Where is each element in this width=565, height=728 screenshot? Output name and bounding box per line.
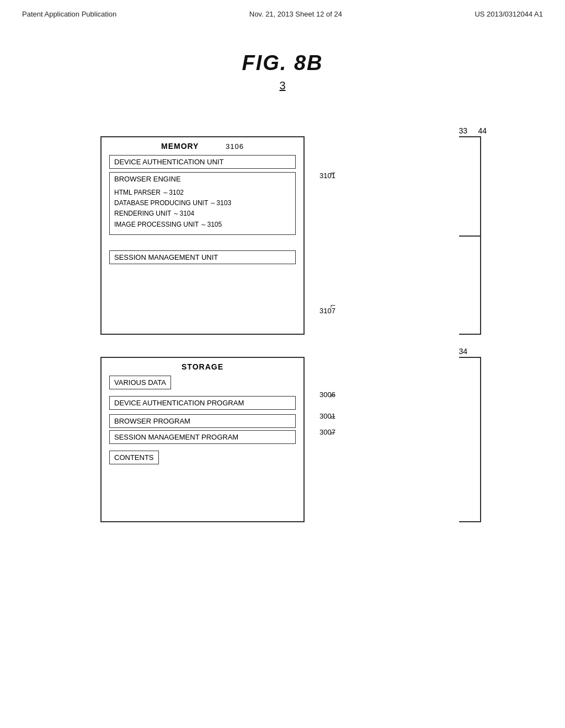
device-auth-unit-box: DEVICE AUTHENTICATION UNIT xyxy=(109,155,296,169)
storage-box: STORAGE VARIOUS DATA DEVICE AUTHENTICATI… xyxy=(100,357,305,522)
line-44-horiz-top xyxy=(459,136,481,137)
rendering-unit-label: RENDERING UNIT ～3104 xyxy=(114,208,291,219)
figure-title: FIG. 8B xyxy=(0,51,565,75)
line-44-stor-top xyxy=(459,357,481,358)
header-left: Patent Application Publication xyxy=(22,10,116,18)
contents-box: CONTENTS xyxy=(109,451,159,464)
storage-title: STORAGE xyxy=(102,358,303,373)
db-producing-label: DATABASE PRODUCING UNIT ～3103 xyxy=(114,198,291,208)
memory-box: MEMORY 3106 DEVICE AUTHENTICATION UNIT B… xyxy=(100,136,305,335)
figure-ref-num: 3 xyxy=(0,79,565,92)
html-parser-label: HTML PARSER ～3102 xyxy=(114,188,291,198)
session-mgmt-unit-box: SESSION MANAGEMENT UNIT xyxy=(109,250,296,264)
header-right: US 2013/0312044 A1 xyxy=(475,10,543,18)
browser-program-box: BROWSER PROGRAM xyxy=(109,414,296,428)
line-44-horiz-bot xyxy=(459,334,481,335)
header-center: Nov. 21, 2013 Sheet 12 of 24 xyxy=(249,10,342,18)
image-processing-label: IMAGE PROCESSING UNIT ～3105 xyxy=(114,220,291,230)
line-44-vertical-storage xyxy=(480,357,481,522)
ref-33-label: 33 xyxy=(459,126,467,135)
browser-sub-items: HTML PARSER ～3102 DATABASE PRODUCING UNI… xyxy=(110,185,295,234)
memory-title: MEMORY 3106 xyxy=(102,137,303,153)
ref-34-label: 34 xyxy=(459,347,467,356)
line-44-stor-bot xyxy=(459,521,481,522)
browser-engine-title: BROWSER ENGINE xyxy=(110,173,295,185)
line-44-horiz-mid xyxy=(459,235,481,237)
device-auth-program-box: DEVICE AUTHENTICATION PROGRAM xyxy=(109,396,296,410)
ref-44-label: 44 xyxy=(478,126,487,135)
browser-engine-group: BROWSER ENGINE HTML PARSER ～3102 DATABAS… xyxy=(109,172,296,235)
page-header: Patent Application Publication Nov. 21, … xyxy=(0,0,565,18)
various-data-box: VARIOUS DATA xyxy=(109,376,171,389)
diagram-area: MEMORY 3106 DEVICE AUTHENTICATION UNIT B… xyxy=(67,103,498,555)
session-mgmt-program-box: SESSION MANAGEMENT PROGRAM xyxy=(109,430,296,444)
memory-ref-3106: 3106 xyxy=(226,142,244,151)
